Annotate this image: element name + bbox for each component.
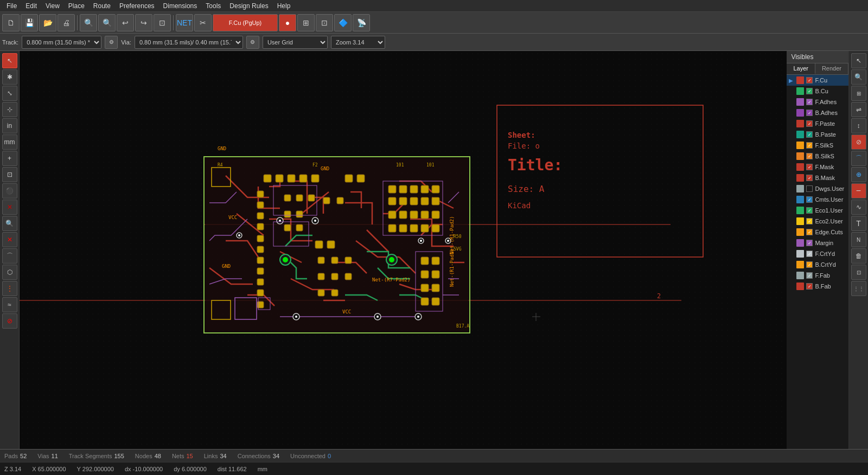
layer-row-dwgs-user[interactable]: Dwgs.User xyxy=(787,183,848,194)
layer-row-f-fab[interactable]: ✓F.Fab xyxy=(787,270,848,281)
arc-tool[interactable]: ⌒ xyxy=(2,248,17,264)
zoom-fit-button[interactable]: ⊡ xyxy=(154,14,171,31)
netlist-button[interactable]: NET xyxy=(176,14,193,31)
save-button[interactable]: 💾 xyxy=(21,14,38,31)
select-rt-btn[interactable]: ↖ xyxy=(851,53,866,68)
via-settings-btn[interactable]: ⚙ xyxy=(246,36,259,49)
add-via-tool[interactable]: in xyxy=(2,118,17,133)
minus-rt-btn[interactable]: − xyxy=(851,183,866,198)
zoom-rt-btn[interactable]: 🔍 xyxy=(851,69,866,85)
menu-dimensions[interactable]: Dimensions xyxy=(159,1,202,11)
measure-tool[interactable]: mm xyxy=(2,134,17,150)
layer-row-f-mask[interactable]: ✓F.Mask xyxy=(787,162,848,172)
layer-row-b-fab[interactable]: ✓B.Fab xyxy=(787,281,848,292)
track-select[interactable]: 0.800 mm (31.50 mils) * xyxy=(22,36,101,49)
menu-file[interactable]: File xyxy=(2,1,21,11)
zoom-select[interactable]: Zoom 3.14 xyxy=(331,36,385,49)
origin-rt-btn[interactable]: ⊕ xyxy=(851,167,866,182)
layer-row-f-cu[interactable]: ▶✓F.Cu xyxy=(787,75,848,86)
grid-select[interactable]: User Grid xyxy=(263,36,328,49)
menu-help[interactable]: Help xyxy=(273,1,295,11)
zoom-in-button[interactable]: 🔍 xyxy=(80,14,97,31)
grid-button[interactable]: ⊞ xyxy=(297,14,315,31)
tab-render[interactable]: Render xyxy=(815,63,848,74)
layer-select[interactable]: F.Cu (PgUp) xyxy=(213,14,278,31)
layer-checkbox[interactable] xyxy=(806,185,813,192)
keepout-tool[interactable]: ⊘ xyxy=(2,313,17,329)
curve-rt-btn[interactable]: ⌒ xyxy=(851,151,866,166)
layer-checkbox[interactable]: ✓ xyxy=(806,229,813,235)
layer-row-f-silks[interactable]: ✓F.SilkS xyxy=(787,140,848,151)
layer-checkbox[interactable]: ✓ xyxy=(806,218,813,224)
route-diff-tool[interactable]: ⊹ xyxy=(2,102,17,117)
polar-button[interactable]: ⊡ xyxy=(316,14,333,31)
layer-checkbox[interactable]: ✓ xyxy=(806,272,813,279)
layer-row-b-cu[interactable]: ✓B.Cu xyxy=(787,86,848,97)
layer-checkbox[interactable]: ✓ xyxy=(806,120,813,127)
layer-checkbox[interactable]: ✓ xyxy=(806,261,813,268)
copper-zone-tool[interactable]: ⊡ xyxy=(2,167,17,182)
add-3d-tool[interactable]: ⬡ xyxy=(2,265,17,280)
layer-checkbox[interactable]: ✓ xyxy=(806,196,813,203)
add-footprint-tool[interactable]: ⚫ xyxy=(2,183,17,198)
select-tool[interactable]: ↖ xyxy=(2,53,17,68)
grid-rt-btn[interactable]: ⊞ xyxy=(851,86,866,101)
layer-row-f-crtyd[interactable]: ✓F.CrtYd xyxy=(787,248,848,259)
menu-route[interactable]: Route xyxy=(89,1,115,11)
delete-tool[interactable]: ✕ xyxy=(2,232,17,247)
layer-checkbox[interactable]: ✓ xyxy=(806,142,813,149)
layer-checkbox[interactable]: ✓ xyxy=(806,153,813,159)
layer-row-eco2-user[interactable]: ✓Eco2.User xyxy=(787,216,848,227)
route-tool[interactable]: ⤡ xyxy=(2,86,17,101)
drc-button[interactable]: ● xyxy=(279,14,296,31)
pattern-tool[interactable]: ⋮ xyxy=(2,281,17,296)
snap-rt-btn[interactable]: ⊡ xyxy=(851,265,866,280)
menu-preferences[interactable]: Preferences xyxy=(115,1,159,11)
layer-row-cmts-user[interactable]: ✓Cmts.User xyxy=(787,194,848,205)
inspect-tool[interactable]: ✱ xyxy=(2,69,17,85)
draw-zone-tool[interactable]: ≈ xyxy=(2,297,17,312)
add-line-tool[interactable]: ✕ xyxy=(2,200,17,215)
layer-checkbox[interactable]: ✓ xyxy=(806,110,813,116)
track-settings-btn[interactable]: ⚙ xyxy=(105,36,118,49)
zoom-out-button[interactable]: 🔍 xyxy=(98,14,116,31)
layer-row-eco1-user[interactable]: ✓Eco1.User xyxy=(787,205,848,216)
menu-design-rules[interactable]: Design Rules xyxy=(225,1,272,11)
new-button[interactable]: 🗋 xyxy=(2,14,20,31)
route1-rt-btn[interactable]: ∿ xyxy=(851,200,866,215)
layer-checkbox[interactable]: ✓ xyxy=(806,131,813,138)
microwave-button[interactable]: 📡 xyxy=(353,14,370,31)
menu-view[interactable]: View xyxy=(41,1,64,11)
layer-checkbox[interactable]: ✓ xyxy=(806,99,813,105)
canvas-area[interactable]: Sheet: File: o Title: Size: A KiCad 2 xyxy=(20,51,787,449)
layer-checkbox[interactable]: ✓ xyxy=(806,175,813,181)
layer-row-b-silks[interactable]: ✓B.SilkS xyxy=(787,151,848,162)
undo-button[interactable]: ↩ xyxy=(117,14,134,31)
via-select[interactable]: 0.80 mm (31.5 mils)/ 0.40 mm (15.7 mils)… xyxy=(135,36,243,49)
layer-checkbox[interactable]: ✓ xyxy=(806,77,813,84)
layer-row-b-paste[interactable]: ✓B.Paste xyxy=(787,129,848,140)
pcb-canvas[interactable]: Sheet: File: o Title: Size: A KiCad 2 xyxy=(20,51,787,449)
add-text-tool[interactable]: + xyxy=(2,151,17,166)
dots-rt-btn[interactable]: ⋮⋮ xyxy=(851,281,866,296)
layer-checkbox[interactable]: ✓ xyxy=(806,240,813,246)
layer-row-f-adhes[interactable]: ✓F.Adhes xyxy=(787,97,848,107)
layer-checkbox[interactable]: ✓ xyxy=(806,207,813,214)
text-rt-btn[interactable]: T xyxy=(851,216,866,231)
layer-checkbox[interactable]: ✓ xyxy=(806,164,813,170)
print-button[interactable]: 🖨 xyxy=(58,14,75,31)
layer-checkbox[interactable]: ✓ xyxy=(806,283,813,290)
drc-rt-btn[interactable]: ⊘ xyxy=(851,134,866,150)
menu-tools[interactable]: Tools xyxy=(201,1,225,11)
ratsnest-button[interactable]: ✂ xyxy=(194,14,212,31)
layer-row-edge-cuts[interactable]: ✓Edge.Cuts xyxy=(787,227,848,238)
mirror-button[interactable]: 🔷 xyxy=(334,14,352,31)
nstep-rt-btn[interactable]: N xyxy=(851,232,866,247)
redo-button[interactable]: ↪ xyxy=(135,14,152,31)
flip-rt-btn[interactable]: ↕ xyxy=(851,118,866,133)
layer-checkbox[interactable]: ✓ xyxy=(806,88,813,94)
layer-row-b-adhes[interactable]: ✓B.Adhes xyxy=(787,107,848,118)
menu-place[interactable]: Place xyxy=(64,1,89,11)
layer-row-margin[interactable]: ✓Margin xyxy=(787,238,848,248)
layer-row-f-paste[interactable]: ✓F.Paste xyxy=(787,118,848,129)
